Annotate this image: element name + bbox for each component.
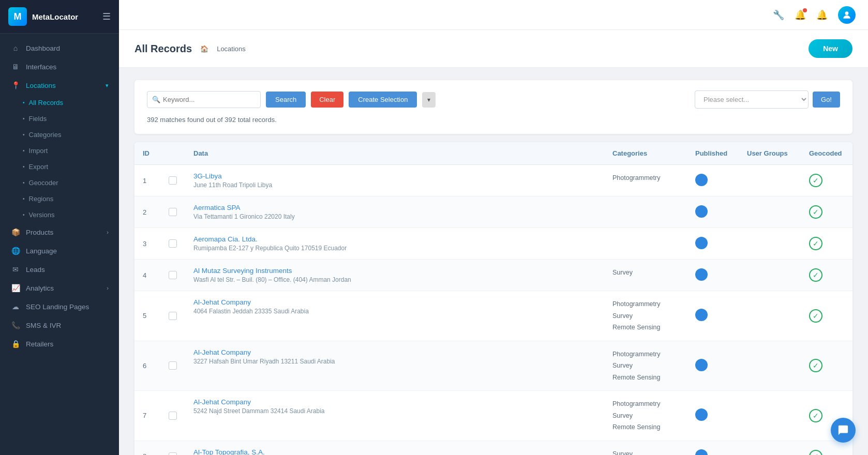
sidebar-item-interfaces[interactable]: 🖥 Interfaces [0,57,119,76]
record-name[interactable]: 3G-Libya [193,172,596,180]
logo-text: MetaLocator [32,12,78,21]
bell-icon[interactable]: 🔔 [816,9,828,21]
cell-id: 1 [134,165,160,196]
row-checkbox[interactable] [169,208,177,216]
published-toggle[interactable] [695,359,708,371]
row-checkbox[interactable] [169,452,177,456]
hamburger-icon[interactable]: ☰ [102,11,111,22]
chat-bubble[interactable] [831,418,856,443]
topbar: 🔧 🔔 🔔 [119,0,868,30]
sidebar: M MetaLocator ☰ ⌂ Dashboard 🖥 Interfaces… [0,0,119,455]
geocoded-check: ✓ [809,450,822,456]
content-body: 🔍 Search Clear Create Selection ▾ Please… [119,68,868,455]
sidebar-item-dashboard[interactable]: ⌂ Dashboard [0,39,119,57]
sidebar-item-versions[interactable]: Versions [0,207,119,223]
row-checkbox[interactable] [169,312,177,320]
cell-checkbox [160,341,185,391]
records-table: ID Data Categories Published User Groups… [134,142,852,455]
sidebar-item-regions[interactable]: Regions [0,191,119,207]
breadcrumb-current: Locations [217,45,246,53]
record-name[interactable]: Al Mutaz Surveying Instruments [193,267,596,275]
sidebar-item-leads[interactable]: ✉ Leads [0,260,119,279]
record-address: 3227 Hafsah Bint Umar Riyadh 13211 Saudi… [193,358,596,365]
sidebar-item-label: Products [26,229,53,236]
sidebar-item-label: Interfaces [26,63,56,71]
sidebar-item-label: Analytics [26,284,54,292]
published-toggle[interactable] [695,237,708,249]
go-button[interactable]: Go! [813,92,840,108]
row-checkbox[interactable] [169,361,177,370]
cell-geocoded: ✓ [801,228,852,260]
record-name[interactable]: Al-Jehat Company [193,298,596,306]
row-checkbox[interactable] [169,412,177,420]
cell-data: Al Mutaz Surveying InstrumentsWasfi Al t… [185,260,604,291]
clear-button[interactable]: Clear [311,92,343,108]
cell-id: 6 [134,341,160,391]
published-toggle[interactable] [695,309,708,321]
bell-notification-icon[interactable]: 🔔 [795,9,806,21]
sidebar-item-locations[interactable]: 📍 Locations ▾ [0,76,119,95]
record-name[interactable]: Al-Jehat Company [193,348,596,356]
page-header: All Records 🏠 Locations New [119,30,868,68]
cell-geocoded: ✓ [801,165,852,196]
sidebar-item-categories[interactable]: Categories [0,127,119,143]
sidebar-item-export[interactable]: Export [0,159,119,175]
table-row: 2Aermatica SPAVia Tettamanti 1 Gironico … [134,196,852,228]
record-name[interactable]: Aermatica SPA [193,204,596,211]
record-name[interactable]: Al-Top Topografia, S.A. [193,448,596,456]
filter-select[interactable]: Please select... [695,90,809,109]
row-checkbox[interactable] [169,271,177,279]
search-icon: 🔍 [152,96,160,103]
wrench-icon[interactable]: 🔧 [773,9,784,21]
sidebar-item-analytics[interactable]: 📈 Analytics › [0,279,119,297]
published-toggle[interactable] [695,449,708,455]
sidebar-item-label: SEO Landing Pages [26,303,89,311]
row-checkbox[interactable] [169,176,177,185]
dropdown-button[interactable]: ▾ [422,92,436,108]
record-name[interactable]: Al-Jehat Company [193,398,596,406]
sidebar-item-language[interactable]: 🌐 Language [0,241,119,260]
geocoded-check: ✓ [809,309,822,323]
published-toggle[interactable] [695,174,708,186]
globe-icon: 🌐 [10,247,21,255]
filter-wrapper: Please select... Go! [695,90,840,109]
record-name[interactable]: Aeromapa Cia. Ltda. [193,235,596,243]
column-data: Data [185,142,604,165]
sidebar-item-retailers[interactable]: 🔒 Retailers [0,335,119,353]
sidebar-item-sms[interactable]: 📞 SMS & IVR [0,316,119,335]
new-button[interactable]: New [809,39,852,58]
category-tags: Photogrammetry Survey Remote Sensing [612,348,679,384]
category-tags: Photogrammetry Survey Remote Sensing [612,298,679,333]
search-input[interactable] [147,91,261,108]
sidebar-item-import[interactable]: Import [0,143,119,159]
sidebar-item-products[interactable]: 📦 Products › [0,223,119,241]
sidebar-item-fields[interactable]: Fields [0,111,119,127]
topbar-icons: 🔧 🔔 🔔 [773,6,856,24]
cell-user-groups [739,441,801,455]
cell-user-groups [739,341,801,391]
geocoded-check: ✓ [809,237,822,250]
published-toggle[interactable] [695,205,708,218]
category-tags: Survey [612,267,679,279]
cell-id: 5 [134,291,160,341]
cell-geocoded: ✓ [801,341,852,391]
column-categories: Categories [604,142,687,165]
sidebar-item-label: Retailers [26,340,53,348]
geocoded-check: ✓ [809,359,822,372]
sidebar-item-geocoder[interactable]: Geocoder [0,175,119,191]
search-button[interactable]: Search [266,92,306,108]
sidebar-item-all-records[interactable]: All Records [0,95,119,111]
published-toggle[interactable] [695,408,708,421]
chart-icon: 📈 [10,284,21,292]
sidebar-item-seo[interactable]: ☁ SEO Landing Pages [0,297,119,316]
row-checkbox[interactable] [169,239,177,248]
cell-categories: Survey [604,260,687,291]
cell-checkbox [160,260,185,291]
create-selection-button[interactable]: Create Selection [349,92,417,108]
table-row: 6Al-Jehat Company3227 Hafsah Bint Umar R… [134,341,852,391]
record-address: 4064 Falastin Jeddah 23335 Saudi Arabia [193,308,596,315]
products-icon: 📦 [10,228,21,236]
record-address: 5242 Najd Street Dammam 32414 Saudi Arab… [193,407,596,415]
avatar[interactable] [838,6,856,24]
published-toggle[interactable] [695,268,708,281]
